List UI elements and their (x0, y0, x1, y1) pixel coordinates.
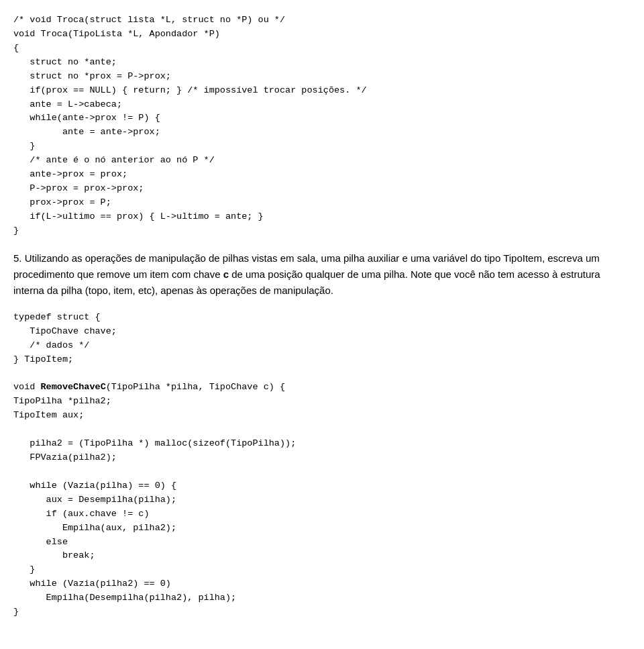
section-number: 5. (13, 252, 22, 264)
page-content: /* void Troca(struct lista *L, struct no… (13, 13, 631, 619)
section-bold-word: c (223, 268, 229, 280)
function-name-bold: RemoveChaveC (41, 382, 106, 392)
code-block-1: /* void Troca(struct lista *L, struct no… (13, 13, 631, 238)
section-5-text: 5. Utilizando as operações de manipulaçã… (13, 250, 631, 299)
code-block-2: typedef struct { TipoChave chave; /* dad… (13, 311, 631, 619)
